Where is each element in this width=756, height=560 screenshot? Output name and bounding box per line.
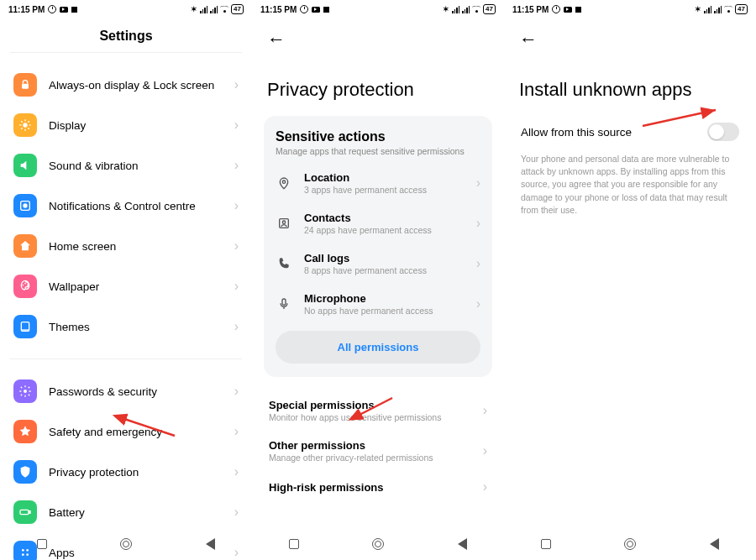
row-high-risk-permissions[interactable]: High-risk permissions › — [252, 471, 504, 503]
recent-apps-button[interactable] — [289, 539, 299, 549]
row-sub: Monitor how apps use sensitive permissio… — [269, 412, 483, 422]
perm-contacts[interactable]: Contacts 24 apps have permanent access › — [276, 203, 480, 243]
battery-icon: 47 — [231, 4, 244, 14]
perm-location[interactable]: Location 3 apps have permanent access › — [276, 163, 480, 203]
back-arrow-icon[interactable]: ← — [519, 29, 538, 50]
chevron-right-icon: › — [476, 216, 480, 231]
row-label: Other permissions — [269, 439, 483, 452]
svg-line-6 — [21, 121, 22, 122]
shield-icon — [13, 460, 37, 484]
all-permissions-button[interactable]: All permissions — [276, 331, 480, 364]
location-icon — [276, 176, 292, 190]
perm-call-logs[interactable]: Call logs 8 apps have permanent access › — [276, 243, 480, 284]
svg-point-14 — [27, 285, 29, 286]
svg-point-11 — [24, 204, 27, 207]
svg-rect-0 — [22, 84, 29, 89]
install-unknown-apps-pane: 11:15 PM 47 ← Install unknown apps Allow… — [504, 0, 756, 560]
perm-sub: 8 apps have permanent access — [304, 265, 465, 275]
row-battery[interactable]: Battery › — [0, 492, 252, 532]
svg-point-1 — [23, 123, 27, 127]
toggle-label: Allow from this source — [521, 126, 632, 139]
home-icon — [13, 234, 37, 258]
row-special-permissions[interactable]: Special permissions Monitor how apps use… — [252, 390, 504, 431]
wifi-icon — [472, 6, 480, 13]
row-other-permissions[interactable]: Other permissions Manage other privacy-r… — [252, 431, 504, 471]
allow-from-source-row[interactable]: Allow from this source — [504, 116, 756, 153]
home-button[interactable] — [120, 538, 132, 550]
bluetooth-icon — [191, 5, 197, 13]
settings-list: Always-on display & Lock screen › Displa… — [0, 53, 252, 560]
signal-icon — [210, 6, 218, 13]
row-label: Home screen — [49, 240, 223, 253]
back-button[interactable] — [710, 538, 719, 550]
svg-point-25 — [282, 181, 285, 183]
star-icon — [13, 420, 37, 443]
back-button[interactable] — [206, 538, 215, 550]
row-label: Always-on display & Lock screen — [49, 79, 223, 92]
row-label: Passwords & security — [49, 385, 223, 398]
row-sound[interactable]: Sound & vibration › — [0, 145, 252, 186]
phone-icon — [276, 257, 292, 270]
perm-label: Location — [304, 171, 465, 184]
svg-point-27 — [282, 221, 285, 223]
row-home-screen[interactable]: Home screen › — [0, 226, 252, 266]
chevron-right-icon: › — [234, 77, 239, 92]
battery-icon: 47 — [735, 4, 748, 14]
svg-line-8 — [21, 128, 22, 128]
toggle-switch[interactable] — [707, 123, 739, 141]
svg-point-13 — [24, 283, 26, 285]
row-label: Notifications & Control centre — [49, 200, 223, 212]
microphone-icon — [276, 297, 292, 311]
sensitive-actions-card: Sensitive actions Manage apps that reque… — [264, 116, 492, 377]
row-display[interactable]: Display › — [0, 105, 252, 145]
battery-icon — [13, 500, 37, 524]
back-button[interactable] — [458, 538, 467, 550]
home-button[interactable] — [624, 538, 636, 550]
chevron-right-icon: › — [234, 238, 239, 254]
settings-pane: 11:15 PM 47 Settings Always-on display &… — [0, 0, 252, 560]
chevron-right-icon: › — [234, 279, 239, 294]
row-privacy-protection[interactable]: Privacy protection › — [0, 452, 252, 492]
wallpaper-icon — [13, 275, 37, 298]
signal-icon — [462, 6, 470, 13]
page-title: Settings — [0, 18, 252, 52]
square-icon — [575, 7, 581, 13]
perm-sub: 3 apps have permanent access — [304, 185, 465, 195]
row-safety-emergency[interactable]: Safety and emergency › — [0, 411, 252, 452]
perm-microphone[interactable]: Microphone No apps have permanent access… — [276, 284, 480, 324]
row-passwords-security[interactable]: Passwords & security › — [0, 371, 252, 411]
nav-bar — [504, 528, 756, 560]
chevron-right-icon: › — [483, 403, 487, 418]
row-always-on-display[interactable]: Always-on display & Lock screen › — [0, 65, 252, 105]
chevron-right-icon: › — [234, 319, 239, 334]
speaker-icon — [13, 154, 37, 177]
back-arrow-icon[interactable]: ← — [267, 29, 286, 50]
wifi-icon — [724, 6, 732, 13]
svg-point-17 — [24, 390, 27, 393]
header: ← — [504, 18, 756, 59]
status-bar: 11:15 PM 47 — [0, 0, 252, 18]
nav-bar — [252, 528, 504, 560]
lock-icon — [13, 73, 37, 97]
status-bar: 11:15 PM 47 — [252, 0, 504, 18]
row-label: Safety and emergency — [49, 426, 223, 438]
row-themes[interactable]: Themes › — [0, 306, 252, 347]
recent-apps-button[interactable] — [37, 539, 47, 549]
recent-apps-button[interactable] — [541, 539, 551, 549]
battery-icon: 47 — [483, 4, 496, 14]
chevron-right-icon: › — [234, 158, 239, 173]
signal-icon — [200, 6, 207, 13]
alarm-icon — [552, 5, 560, 13]
row-notifications[interactable]: Notifications & Control centre › — [0, 186, 252, 226]
chevron-right-icon: › — [234, 464, 239, 479]
perm-sub: No apps have permanent access — [304, 306, 465, 316]
signal-icon — [452, 6, 459, 13]
sun-icon — [13, 113, 37, 137]
row-wallpaper[interactable]: Wallpaper › — [0, 266, 252, 306]
control-centre-icon — [13, 194, 37, 217]
themes-icon — [13, 315, 37, 338]
card-title: Sensitive actions — [276, 129, 480, 144]
wifi-icon — [220, 6, 228, 13]
home-button[interactable] — [372, 538, 384, 550]
gear-icon — [13, 379, 37, 403]
